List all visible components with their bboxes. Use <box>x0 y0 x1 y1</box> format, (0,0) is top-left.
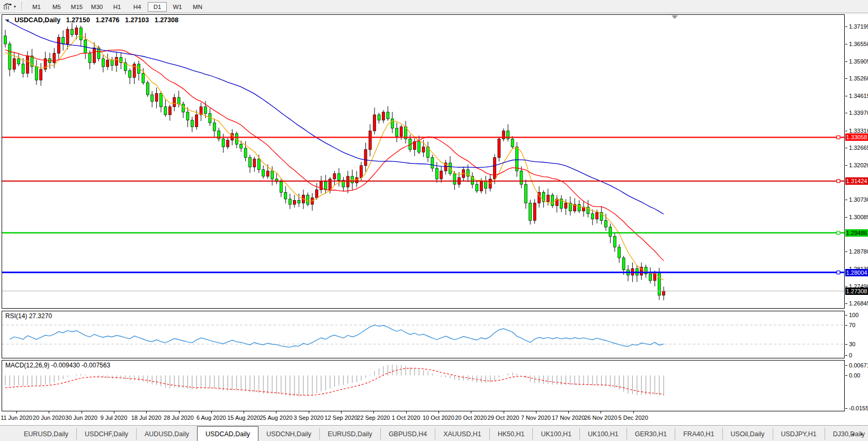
price-tick-mark <box>845 131 847 131</box>
price-tick-mark <box>845 148 847 148</box>
macd-tick-mark <box>845 408 847 409</box>
date-label: 1 Oct 2020 <box>392 415 420 421</box>
chart-tab-ger30-h1[interactable]: GER30,H1 <box>627 428 675 440</box>
chart-tab-xauusd-h1[interactable]: XAUUSD,H1 <box>435 428 489 440</box>
timeframe-button-m1[interactable]: M1 <box>27 2 46 12</box>
rsi-tick-mark <box>845 325 847 326</box>
date-label: 6 Aug 2020 <box>196 415 226 421</box>
macd-tick-label: -0.015502 <box>849 405 868 411</box>
date-tick-mark <box>244 411 244 413</box>
macd-header: MACD(12,26,9) -0.009430 -0.007563 <box>5 362 110 369</box>
level-price-badge: 1.33058 <box>845 133 868 141</box>
date-tick-mark <box>536 411 536 413</box>
chart-tab-eurusd-daily[interactable]: EURUSD,Daily <box>319 428 380 440</box>
date-tick-mark <box>568 411 569 413</box>
date-label: 18 Jul 2020 <box>131 415 162 421</box>
price-tick-label: 1.28780 <box>849 248 868 255</box>
price-tick-label: 1.37195 <box>849 23 868 30</box>
date-tick-mark <box>406 411 407 413</box>
chart-tab-usdchf-daily[interactable]: USDCHF,Daily <box>76 428 136 440</box>
chart-cursor-icon[interactable] <box>3 2 12 11</box>
level-price-badge: 1.28004 <box>845 269 868 276</box>
timeframe-button-m15[interactable]: M15 <box>67 2 86 12</box>
price-tick-label: 1.35905 <box>849 58 868 65</box>
tab-scroll-right-icon[interactable]: ▸ <box>861 431 863 437</box>
chart-tab-eurusd-daily[interactable]: EURUSD,Daily <box>16 428 76 440</box>
date-label: 5 Dec 2020 <box>619 415 648 421</box>
date-label: 20 Jun 2020 <box>33 415 65 421</box>
chart-tab-usdcad-daily[interactable]: USDCAD,Daily <box>197 426 258 441</box>
timeframe-button-m30[interactable]: M30 <box>87 2 106 12</box>
tab-scroll-arrows: ◂ ▸ <box>848 431 866 437</box>
timeframe-button-m5[interactable]: M5 <box>47 2 66 12</box>
chart-tab-audusd-daily[interactable]: AUDUSD,Daily <box>136 428 197 440</box>
date-tick-mark <box>633 411 634 413</box>
chart-tab-hk50-h1[interactable]: HK50,H1 <box>489 428 533 440</box>
price-tick-mark <box>845 61 847 62</box>
chart-tab-usoil-daily[interactable]: USOil,Daily <box>722 428 773 440</box>
chart-shift-marker-icon[interactable] <box>672 15 678 19</box>
date-label: 25 Aug 2020 <box>259 415 292 421</box>
rsi-indicator-chart[interactable] <box>2 311 845 358</box>
date-tick-mark <box>341 411 342 413</box>
tab-scroll-left-icon[interactable]: ◂ <box>851 431 854 437</box>
timeframe-button-h4[interactable]: H4 <box>128 2 147 12</box>
ohlc-open: 1.27150 <box>66 16 90 24</box>
chart-tool-group[interactable]: ▾ <box>0 2 16 11</box>
timeframe-button-w1[interactable]: W1 <box>168 2 187 12</box>
date-tick-mark <box>309 411 309 413</box>
chart-tabs-bar: EURUSD,DailyUSDCHF,DailyAUDUSD,DailyUSDC… <box>0 425 868 441</box>
macd-tick-mark <box>845 365 847 366</box>
rsi-tick-mark <box>845 315 847 316</box>
price-tick-mark <box>845 251 847 252</box>
price-tick-label: 1.32020 <box>849 162 868 168</box>
timeframe-button-h1[interactable]: H1 <box>108 2 127 12</box>
price-tick-label: 1.30730 <box>849 196 868 203</box>
chart-tab-fra40-h1[interactable]: FRA40,H1 <box>675 428 722 440</box>
candlestick-chart[interactable] <box>2 14 845 309</box>
chart-tab-usdjpy-h1[interactable]: USDJPY,H1 <box>773 428 825 440</box>
price-tick-mark <box>845 44 847 44</box>
price-axis[interactable]: 1.371951.365501.359051.352601.346151.339… <box>845 14 868 411</box>
price-tick-label: 1.35260 <box>849 75 868 82</box>
date-tick-mark <box>179 411 180 413</box>
mt4-terminal: ▾ M1M5M15M30H1H4D1W1MN ▼ USDCAD,Daily 1.… <box>0 0 868 441</box>
chart-tab-gbpusd-h4[interactable]: GBPUSD,H4 <box>380 428 435 440</box>
candles-layer <box>4 23 665 300</box>
timeframes-toolbar: ▾ M1M5M15M30H1H4D1W1MN <box>0 0 868 13</box>
date-label: 10 Oct 2020 <box>423 415 454 421</box>
date-tick-mark <box>439 411 439 413</box>
date-label: 3 Sep 2020 <box>294 415 324 421</box>
chart-tab-uk100-h1[interactable]: UK100,H1 <box>532 428 579 440</box>
price-tick-mark <box>845 78 847 79</box>
price-tick-mark <box>845 165 847 166</box>
ohlc-close: 1.27308 <box>155 16 178 24</box>
price-tick-mark <box>845 26 847 27</box>
timeframe-button-d1[interactable]: D1 <box>148 2 167 12</box>
symbol-period-label: USDCAD,Daily <box>14 16 60 24</box>
macd-indicator-chart[interactable] <box>2 360 845 411</box>
date-tick-mark <box>114 411 114 413</box>
date-tick-mark <box>16 411 17 413</box>
price-tick-label: 1.33970 <box>849 110 868 116</box>
rsi-tick-label: 30 <box>849 341 855 347</box>
date-label: 15 Aug 2020 <box>227 415 260 421</box>
rsi-tick-mark <box>845 355 847 356</box>
date-tick-mark <box>82 411 82 413</box>
chart-tab-usdcnh-daily[interactable]: USDCNH,Daily <box>258 428 319 440</box>
chevron-down-icon[interactable]: ▾ <box>14 4 16 9</box>
chart-tab-uk100-h1[interactable]: UK100,H1 <box>579 428 627 440</box>
date-tick-mark <box>601 411 601 413</box>
date-label: 20 Oct 2020 <box>455 415 487 421</box>
timeframe-buttons: M1M5M15M30H1H4D1W1MN <box>26 2 208 12</box>
rsi-tick-label: 0 <box>849 352 852 358</box>
date-label: 12 Sep 2020 <box>325 415 357 421</box>
date-tick-mark <box>146 411 147 413</box>
timeframe-button-mn[interactable]: MN <box>188 2 207 12</box>
date-axis[interactable]: 11 Jun 202020 Jun 202030 Jun 20209 Jul 2… <box>0 411 868 424</box>
price-tick-label: 1.34615 <box>849 93 868 99</box>
ohlc-high: 1.27476 <box>95 16 119 24</box>
title-collapse-icon[interactable]: ▼ <box>5 18 10 23</box>
rsi-tick-label: 100 <box>849 312 858 318</box>
ohlc-low: 1.27103 <box>125 16 149 24</box>
